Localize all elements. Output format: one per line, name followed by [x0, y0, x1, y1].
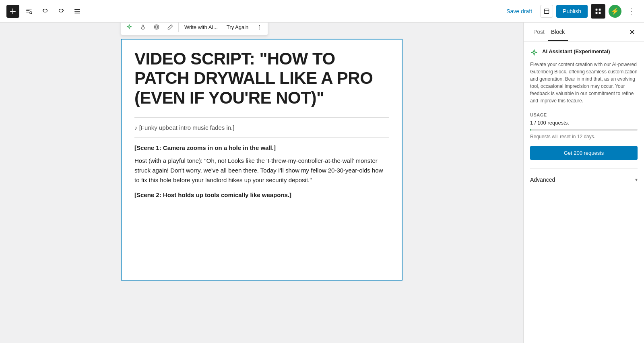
- settings-button[interactable]: [591, 4, 605, 19]
- write-with-ai-button[interactable]: Write with AI...: [180, 23, 222, 33]
- toolbar-divider: [178, 23, 179, 32]
- top-bar-right: Save draft Publish ⚡ ⋮: [502, 4, 638, 19]
- usage-label: USAGE: [530, 112, 638, 117]
- svg-rect-4: [596, 12, 598, 14]
- globe-button[interactable]: [150, 23, 163, 33]
- tools-button[interactable]: [23, 5, 35, 18]
- usage-section: USAGE 1 / 100 requests. Requests will re…: [530, 112, 638, 160]
- ai-sparkle-button[interactable]: [123, 23, 136, 33]
- usage-reset-text: Requests will reset in 12 days.: [530, 134, 638, 139]
- ai-description: Elevate your content creation with our A…: [530, 61, 638, 104]
- toolbar-more-button[interactable]: ⋮: [253, 23, 266, 33]
- try-again-button[interactable]: Try Again: [223, 23, 252, 33]
- editor-canvas: Write with AI... Try Again ⋮ VIDEO SCRIP…: [121, 39, 402, 327]
- usage-bar-fill: [530, 129, 531, 131]
- svg-point-0: [30, 11, 32, 13]
- post-tab[interactable]: Post: [530, 24, 548, 41]
- advanced-toggle-button[interactable]: Advanced ▾: [530, 175, 638, 185]
- ai-sparkle-icon: [530, 49, 538, 57]
- svg-rect-3: [599, 8, 601, 10]
- block-toolbar: Write with AI... Try Again ⋮: [121, 23, 268, 35]
- advanced-label: Advanced: [530, 177, 555, 183]
- scene1-heading: [Scene 1: Camera zooms in on a hole in t…: [134, 144, 389, 151]
- redo-button[interactable]: [55, 5, 68, 18]
- svg-rect-5: [599, 12, 601, 14]
- list-view-button[interactable]: [71, 5, 84, 18]
- undo-button[interactable]: [39, 5, 52, 18]
- usage-bar: [530, 129, 638, 131]
- sidebar-close-button[interactable]: ✕: [626, 27, 638, 38]
- music-note-text: ♪ [Funky upbeat intro music fades in.]: [134, 124, 389, 131]
- lightning-button[interactable]: ⚡: [609, 5, 621, 18]
- publish-button[interactable]: Publish: [556, 5, 588, 18]
- add-block-button[interactable]: [6, 5, 19, 18]
- edit-button[interactable]: [164, 23, 177, 33]
- separator-1: [134, 117, 389, 118]
- chevron-down-icon: ▾: [635, 177, 638, 183]
- more-options-button[interactable]: ⋮: [625, 5, 638, 18]
- right-sidebar: Post Block ✕ AI Assistant (Experimental): [523, 23, 644, 343]
- ai-header: AI Assistant (Experimental): [530, 48, 638, 57]
- svg-rect-2: [596, 8, 598, 10]
- usage-count: 1 / 100 requests.: [530, 120, 638, 126]
- block-tab[interactable]: Block: [548, 24, 568, 41]
- ai-assistant-section: AI Assistant (Experimental) Elevate your…: [530, 48, 638, 104]
- voice-button[interactable]: [136, 23, 149, 33]
- main-layout: Write with AI... Try Again ⋮ VIDEO SCRIP…: [0, 23, 644, 343]
- advanced-section: Advanced ▾: [530, 168, 638, 185]
- top-bar: Save draft Publish ⚡ ⋮: [0, 0, 644, 23]
- separator-2: [134, 137, 389, 138]
- top-bar-left: [6, 5, 84, 18]
- view-button[interactable]: [540, 5, 553, 18]
- editor-area: Write with AI... Try Again ⋮ VIDEO SCRIP…: [0, 23, 523, 343]
- ai-title: AI Assistant (Experimental): [542, 48, 610, 54]
- svg-rect-1: [544, 9, 549, 13]
- ai-title-text: AI Assistant (Experimental): [542, 48, 610, 57]
- get-requests-button[interactable]: Get 200 requests: [530, 146, 638, 160]
- svg-point-6: [142, 25, 144, 27]
- save-draft-button[interactable]: Save draft: [502, 6, 537, 17]
- heading-text: VIDEO SCRIPT: "HOW TO PATCH DRYWALL LIKE…: [134, 49, 389, 108]
- sidebar-tabs: Post Block ✕: [524, 23, 644, 42]
- content-block[interactable]: VIDEO SCRIPT: "HOW TO PATCH DRYWALL LIKE…: [121, 39, 402, 281]
- sidebar-content: AI Assistant (Experimental) Elevate your…: [524, 42, 644, 343]
- scene2-heading: [Scene 2: Host holds up tools comically …: [134, 191, 389, 198]
- host-text: Host (with a playful tone): "Oh, no! Loo…: [134, 156, 389, 185]
